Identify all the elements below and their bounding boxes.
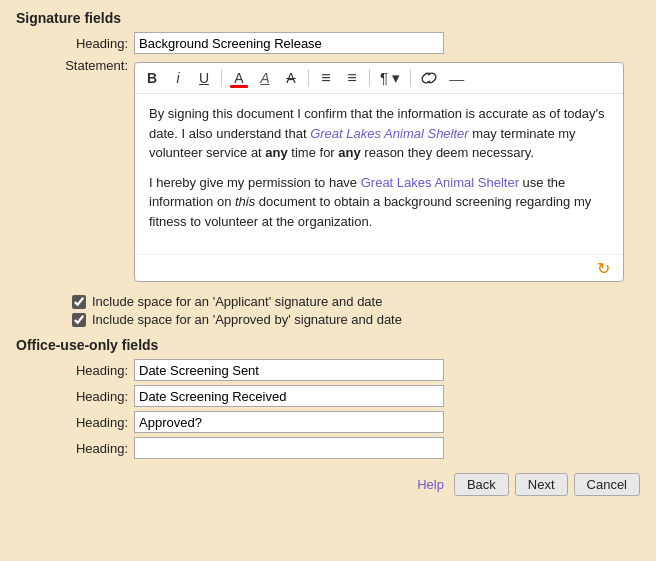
font-color-bar xyxy=(230,85,248,88)
toolbar-separator-1 xyxy=(221,69,222,87)
editor-content[interactable]: By signing this document I confirm that … xyxy=(135,94,623,254)
heading-input[interactable] xyxy=(134,32,444,54)
link-button[interactable] xyxy=(417,67,441,89)
font-color-letter: A xyxy=(234,70,243,86)
link-great-lakes-2[interactable]: Great Lakes Animal Shelter xyxy=(361,175,519,190)
office-heading-label-2: Heading: xyxy=(56,415,128,430)
checkbox-approved-label: Include space for an 'Approved by' signa… xyxy=(92,312,402,327)
font-color-button[interactable]: A xyxy=(228,67,250,89)
back-button[interactable]: Back xyxy=(454,473,509,496)
office-heading-row-0: Heading: xyxy=(16,359,640,381)
office-heading-input-1[interactable] xyxy=(134,385,444,407)
highlight-button[interactable]: A xyxy=(254,67,276,89)
checkbox-approved-row: Include space for an 'Approved by' signa… xyxy=(16,312,640,327)
office-heading-input-0[interactable] xyxy=(134,359,444,381)
ordered-list-button[interactable]: ≡ xyxy=(315,67,337,89)
office-heading-label-0: Heading: xyxy=(56,363,128,378)
content-paragraph-1: By signing this document I confirm that … xyxy=(149,104,609,163)
checkbox-approved[interactable] xyxy=(72,313,86,327)
cancel-button[interactable]: Cancel xyxy=(574,473,640,496)
heading-label: Heading: xyxy=(56,36,128,51)
signature-fields-title: Signature fields xyxy=(16,10,640,26)
paragraph-button[interactable]: ¶ ▾ xyxy=(376,67,404,89)
editor-toolbar: B i U A A A ≡ ≡ ¶ ▾ xyxy=(135,63,623,94)
help-link[interactable]: Help xyxy=(417,477,444,492)
toolbar-separator-4 xyxy=(410,69,411,87)
next-button[interactable]: Next xyxy=(515,473,568,496)
office-heading-label-3: Heading: xyxy=(56,441,128,456)
office-heading-label-1: Heading: xyxy=(56,389,128,404)
office-fields-title: Office-use-only fields xyxy=(16,337,640,353)
link-great-lakes-1[interactable]: Great Lakes Animal Shelter xyxy=(310,126,468,141)
toolbar-separator-2 xyxy=(308,69,309,87)
statement-label: Statement: xyxy=(56,58,128,73)
bold-button[interactable]: B xyxy=(141,67,163,89)
office-heading-row-2: Heading: xyxy=(16,411,640,433)
this-italic: this xyxy=(235,194,255,209)
checkbox-applicant[interactable] xyxy=(72,295,86,309)
any-bold-1: any xyxy=(265,145,287,160)
any-bold-2: any xyxy=(338,145,360,160)
toolbar-separator-3 xyxy=(369,69,370,87)
italic-button[interactable]: i xyxy=(167,67,189,89)
statement-editor: B i U A A A ≡ ≡ ¶ ▾ xyxy=(134,62,624,282)
checkbox-applicant-label: Include space for an 'Applicant' signatu… xyxy=(92,294,382,309)
underline-button[interactable]: U xyxy=(193,67,215,89)
office-heading-row-3: Heading: xyxy=(16,437,640,459)
link-icon xyxy=(421,70,437,86)
office-heading-row-1: Heading: xyxy=(16,385,640,407)
statement-row: Statement: B i U A A A ≡ ≡ ¶ ▾ xyxy=(16,58,640,290)
checkbox-applicant-row: Include space for an 'Applicant' signatu… xyxy=(16,294,640,309)
unordered-list-button[interactable]: ≡ xyxy=(341,67,363,89)
office-heading-input-3[interactable] xyxy=(134,437,444,459)
refresh-icon[interactable]: ↻ xyxy=(597,259,615,277)
office-heading-input-2[interactable] xyxy=(134,411,444,433)
office-fields-section: Office-use-only fields Heading: Heading:… xyxy=(16,337,640,459)
strikethrough-button[interactable]: A xyxy=(280,67,302,89)
dash-button[interactable]: — xyxy=(445,67,468,89)
heading-row: Heading: xyxy=(16,32,640,54)
footer-bar: Help Back Next Cancel xyxy=(16,473,640,496)
content-paragraph-2: I hereby give my permission to have Grea… xyxy=(149,173,609,232)
signature-fields-section: Signature fields Heading: Statement: B i… xyxy=(16,10,640,327)
editor-footer: ↻ xyxy=(135,254,623,281)
